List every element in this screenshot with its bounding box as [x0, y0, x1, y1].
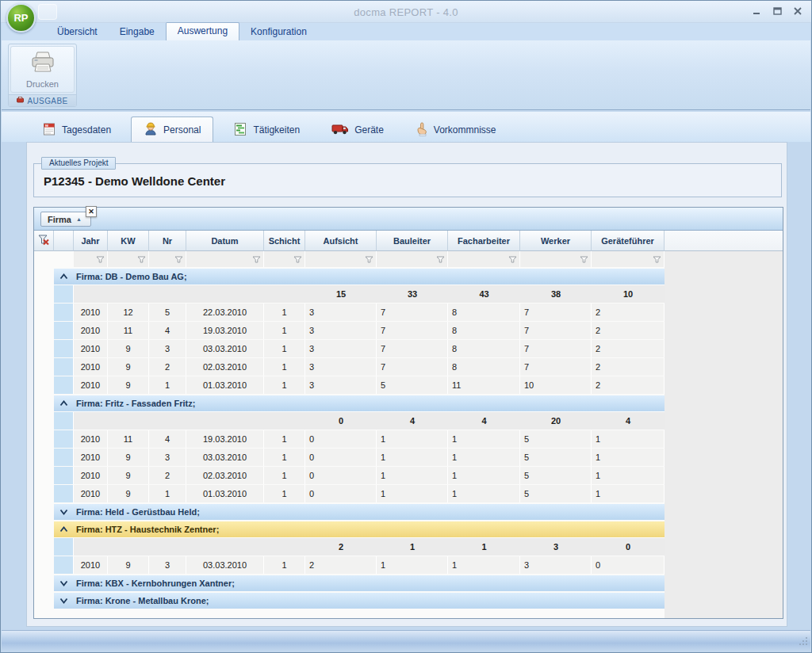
expand-group-icon[interactable]: [59, 509, 69, 515]
filter-cell-aufsicht[interactable]: [305, 251, 377, 267]
group-row[interactable]: Firma: Fritz - Fassaden Fritz;: [34, 395, 783, 411]
ribbon-tab-eingabe[interactable]: Eingabe: [109, 24, 166, 40]
column-header-jahr[interactable]: Jahr: [74, 231, 108, 251]
group-row-bar[interactable]: Firma: HTZ - Haustechnik Zentner;: [54, 521, 665, 537]
expand-group-icon[interactable]: [59, 598, 69, 604]
group-row[interactable]: Firma: KBX - Kernbohrungen Xantner;: [34, 575, 783, 591]
collapse-group-icon[interactable]: [59, 526, 69, 533]
tab-label: Tagesdaten: [62, 124, 111, 136]
group-chip-firma[interactable]: Firma ▲ ✕: [40, 212, 91, 227]
group-summary-row: 21130: [34, 538, 783, 556]
filter-cell-jahr[interactable]: [74, 251, 108, 267]
column-header-bauleiter[interactable]: Bauleiter: [377, 231, 448, 251]
summary-cell: [108, 412, 149, 430]
header-filler: [665, 231, 783, 251]
grid-body: Firma: DB - Demo Bau AG;1533433810201012…: [34, 251, 783, 618]
column-header-datum[interactable]: Datum: [186, 231, 264, 251]
group-title: Firma: Fritz - Fassaden Fritz;: [76, 399, 195, 408]
ausgabe-group-text: AUSGABE: [27, 97, 67, 105]
grid-cell: 5: [520, 485, 592, 502]
grid-cell: 8: [448, 304, 520, 321]
print-button[interactable]: Drucken: [10, 46, 75, 93]
grid-cell: 1: [264, 485, 305, 502]
ribbon-tab-auswertung[interactable]: Auswertung: [166, 22, 239, 40]
grid-cell: 1: [592, 467, 665, 484]
remove-grouping-button[interactable]: ✕: [86, 206, 97, 217]
group-row[interactable]: Firma: HTZ - Haustechnik Zentner;: [34, 521, 783, 537]
group-row[interactable]: Firma: Held - Gerüstbau Held;: [34, 504, 783, 520]
data-row[interactable]: 201011419.03.2010137872: [34, 322, 783, 339]
filter-cell-werker[interactable]: [520, 251, 592, 267]
group-row[interactable]: Firma: Krone - Metallbau Krone;: [34, 593, 783, 609]
grid-cell: 9: [108, 485, 149, 502]
data-row[interactable]: 20109101.03.2010101151: [34, 485, 783, 502]
filter-cell-bauleiter[interactable]: [377, 251, 448, 267]
group-row-bar[interactable]: Firma: Krone - Metallbau Krone;: [54, 593, 665, 609]
data-row[interactable]: 201011419.03.2010101151: [34, 430, 783, 448]
group-by-panel[interactable]: Firma ▲ ✕: [34, 208, 783, 231]
group-row-bar[interactable]: Firma: Held - Gerüstbau Held;: [54, 504, 665, 520]
resize-grip[interactable]: [799, 635, 808, 649]
summary-cell: 4: [377, 412, 448, 430]
data-row[interactable]: 20109303.03.2010137872: [34, 340, 783, 357]
funnel-icon: [436, 252, 445, 266]
data-row[interactable]: 20109202.03.2010137872: [34, 358, 783, 376]
column-header-geratefuhrer[interactable]: Geräteführer: [592, 231, 665, 251]
tab-vorkommnisse[interactable]: Vorkommnisse: [404, 118, 508, 142]
grid-cell: 1: [264, 430, 305, 448]
row-gutter: [34, 556, 54, 574]
window-controls: [751, 6, 803, 16]
minimize-button[interactable]: [751, 6, 762, 16]
column-header-werker[interactable]: Werker: [520, 231, 592, 251]
data-row[interactable]: 20109101.03.201013511102: [34, 376, 783, 394]
collapse-group-icon[interactable]: [59, 273, 69, 280]
current-project-box: Aktuelles Projekt P12345 - Demo Welldone…: [33, 163, 782, 197]
column-header-nr[interactable]: Nr: [149, 231, 186, 251]
group-row-bar[interactable]: Firma: KBX - Kernbohrungen Xantner;: [54, 575, 665, 591]
application-menu-button[interactable]: RP: [6, 3, 36, 32]
funnel-icon: [96, 252, 105, 266]
funnel-icon: [252, 252, 261, 266]
filter-cell-kw[interactable]: [108, 251, 149, 267]
column-header-facharbeiter[interactable]: Facharbeiter: [448, 231, 520, 251]
grid-cell: 9: [108, 340, 149, 357]
clear-filter-button[interactable]: [34, 231, 54, 251]
grid-cell: 1: [149, 376, 186, 394]
data-row[interactable]: 20109202.03.2010101151: [34, 467, 783, 484]
filter-cell-datum[interactable]: [186, 251, 264, 267]
summary-cell: 3: [520, 538, 592, 556]
grid-cell: 2: [592, 340, 665, 357]
close-button[interactable]: [792, 6, 803, 16]
tab-personal[interactable]: Personal: [131, 116, 213, 142]
filter-cell-facharbeiter[interactable]: [448, 251, 520, 267]
data-row[interactable]: 20109303.03.2010121130: [34, 556, 783, 574]
grid-cell: 1: [377, 556, 448, 574]
column-header-kw[interactable]: KW: [108, 231, 149, 251]
grid-cell: 2010: [74, 322, 108, 339]
tab-geraete[interactable]: Geräte: [320, 118, 396, 142]
grid-cell: 2010: [74, 467, 108, 484]
data-row[interactable]: 201012522.03.2010137872: [34, 304, 783, 321]
grid-cell: 1: [149, 485, 186, 502]
group-row[interactable]: Firma: DB - Demo Bau AG;: [34, 269, 783, 284]
filter-cell-nr[interactable]: [149, 251, 186, 267]
ribbon-tab-konfiguration[interactable]: Konfiguration: [239, 24, 318, 40]
grid-cell: 5: [377, 376, 448, 394]
column-header-aufsicht[interactable]: Aufsicht: [305, 231, 377, 251]
group-title: Firma: KBX - Kernbohrungen Xantner;: [76, 579, 235, 588]
print-button-label: Drucken: [26, 79, 59, 89]
column-header-schicht[interactable]: Schicht: [264, 231, 305, 251]
group-row-bar[interactable]: Firma: Fritz - Fassaden Fritz;: [54, 395, 665, 411]
tab-taetigkeiten[interactable]: Tätigkeiten: [221, 118, 312, 142]
tab-tagesdaten[interactable]: 7 Tagesdaten: [30, 118, 123, 142]
filter-cell-schicht[interactable]: [264, 251, 305, 267]
expand-group-icon[interactable]: [59, 580, 69, 586]
ribbon-tab-uebersicht[interactable]: Übersicht: [46, 24, 109, 40]
data-row[interactable]: 20109303.03.2010101151: [34, 449, 783, 466]
filter-cell-geratefuhrer[interactable]: [592, 251, 665, 267]
maximize-button[interactable]: [772, 6, 783, 16]
collapse-group-icon[interactable]: [59, 400, 69, 407]
group-title: Firma: HTZ - Haustechnik Zentner;: [76, 525, 219, 534]
group-row-bar[interactable]: Firma: DB - Demo Bau AG;: [54, 269, 665, 284]
grid-cell: 3: [149, 340, 186, 357]
